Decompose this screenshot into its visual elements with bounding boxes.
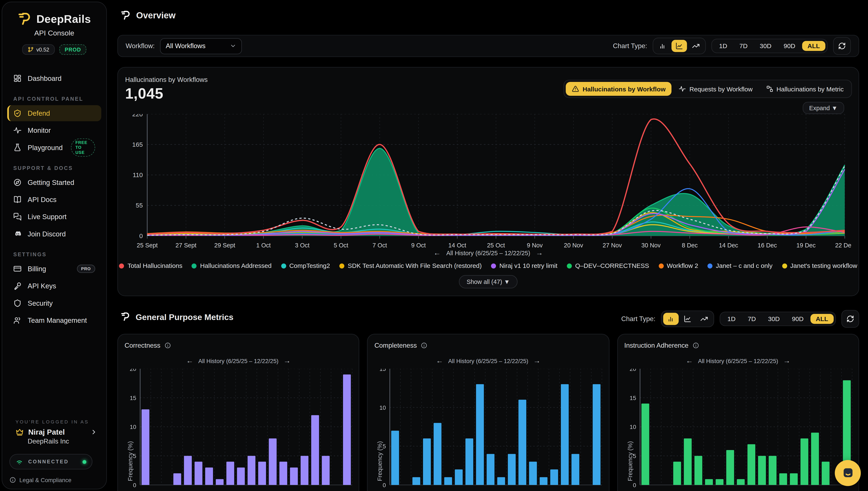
workflow-select[interactable]: All Workflows [160,38,242,54]
sidebar-item-defend[interactable]: Defend [7,105,101,121]
range-all-button[interactable]: ALL [802,41,826,51]
show-all-button[interactable]: Show all (47) ▼ [459,275,518,288]
version-badge: v0.52 [22,44,55,55]
tab-hallucinations-by-workflow[interactable]: Hallucinations by Workflow [566,82,672,96]
legend-item[interactable]: SDK Test Automatic With File Search (res… [340,262,482,269]
completeness-chart-canvas: 0510150510152025303540455055606570758085… [371,369,605,491]
info-icon[interactable] [421,342,427,349]
svg-text:27 Nov: 27 Nov [603,242,622,249]
range-30d-button[interactable]: 30D [754,41,777,51]
sidebar-item-api-docs[interactable]: API Docs [7,192,101,207]
svg-text:22 Dec: 22 Dec [835,242,851,249]
range-prev-arrow[interactable]: ← [436,356,443,365]
chevron-right-icon[interactable] [90,429,97,436]
legend-item[interactable]: CompTesting2 [281,262,330,269]
sidebar-item-security[interactable]: Security [7,295,101,311]
metrics-chart-type-bar-button[interactable] [663,313,679,325]
svg-text:5 Oct: 5 Oct [334,242,348,249]
completeness-card: Completeness ← All History (6/25/25 – 12… [367,334,609,491]
legal-compliance-link[interactable]: Legal & Compliance [9,476,106,483]
refresh-button[interactable] [833,37,851,55]
tab-label: Requests by Workflow [689,86,753,92]
svg-text:9 Nov: 9 Nov [527,242,543,249]
hallucinations-total: 1,045 [125,85,164,103]
connection-status-text: CONNECTED [28,459,78,464]
info-icon[interactable] [164,342,171,349]
sidebar-item-label: Join Discord [28,230,66,238]
sidebar-item-label: Dashboard [28,75,61,82]
range-prev-arrow[interactable]: ← [434,249,441,257]
sidebar-item-billing[interactable]: Billing PRO [7,261,101,277]
sidebar-item-label: Getting Started [28,179,74,186]
legend-item[interactable]: Total Hallucinations [119,262,182,269]
svg-text:165: 165 [132,141,143,148]
sidebar-item-dashboard[interactable]: Dashboard [7,70,101,86]
sidebar-item-playground[interactable]: Playground FREE TO USE [7,140,101,155]
chat-launcher-button[interactable] [835,460,861,486]
y-axis-label: Frequency (%) [377,420,384,491]
chevron-down-icon [230,42,237,49]
range-prev-arrow[interactable]: ← [686,356,693,365]
legend-label: Q–DEV–CORRECTNESS [575,262,649,269]
sidebar: DeepRails API Console v0.52 PROD [2,2,107,489]
legend-item[interactable]: Niraj v1 10 retry limit [491,262,557,269]
tab-requests-by-workflow[interactable]: Requests by Workflow [673,82,759,96]
metric-card-title: Completeness [374,342,417,349]
metrics-refresh-button[interactable] [841,310,859,328]
legend-item[interactable]: Janet's testing workflow [782,262,857,269]
sidebar-item-getting-started[interactable]: Getting Started [7,174,101,191]
expand-button[interactable]: Expand ▼ [803,102,844,114]
legend-item[interactable]: Workflow 2 [658,262,698,269]
deeprails-glyph-icon [121,10,131,21]
metrics-range-30d-button[interactable]: 30D [762,314,785,324]
sidebar-item-monitor[interactable]: Monitor [7,122,101,139]
metrics-chart-type-trend-button[interactable] [696,313,712,325]
user-row[interactable]: Niraj Patel [16,428,97,436]
sidebar-item-api-keys[interactable]: API Keys [7,278,101,294]
metrics-range-all-button[interactable]: ALL [810,314,834,324]
hallucinations-tabs: Hallucinations by Workflow Requests by W… [564,80,852,98]
metrics-range-1d-button[interactable]: 1D [722,314,741,324]
time-range-group: 1D 7D 30D 90D ALL [712,39,828,53]
svg-text:10: 10 [379,404,386,411]
sidebar-item-team-management[interactable]: Team Management [7,312,101,328]
range-next-arrow[interactable]: → [536,249,543,257]
sidebar-item-join-discord[interactable]: Join Discord [7,226,101,242]
metrics-range-7d-button[interactable]: 7D [742,314,761,324]
free-to-use-badge: FREE TO USE [71,139,95,157]
shield-icon [13,299,22,307]
tab-hallucinations-by-metric[interactable]: Hallucinations by Metric [760,82,850,96]
y-axis-label: Frequency (%) [127,420,135,491]
range-90d-button[interactable]: 90D [778,41,801,51]
range-next-arrow[interactable]: → [783,356,790,365]
info-icon [9,476,16,483]
brand-logo: DeepRails [2,11,106,26]
legend-item[interactable]: Hallucinations Addressed [192,262,272,269]
info-icon[interactable] [692,342,699,349]
metrics-chart-type-line-button[interactable] [680,313,695,325]
metrics-range-90d-button[interactable]: 90D [786,314,809,324]
legend-label: SDK Test Automatic With File Search (res… [348,262,482,269]
svg-text:9 Oct: 9 Oct [411,242,426,249]
legend-item[interactable]: Janet – c and c only [707,262,773,269]
chart-type-line-button[interactable] [671,40,687,52]
key-icon [13,282,22,290]
range-7d-button[interactable]: 7D [734,41,753,51]
range-1d-button[interactable]: 1D [714,41,733,51]
chart-type-trend-button[interactable] [688,40,703,52]
sidebar-item-label: Security [28,299,53,307]
workflow-label: Workflow: [125,42,155,50]
sidebar-item-live-support[interactable]: Live Support [7,209,101,225]
hallucinations-card-title: Hallucinations by Workflows [125,76,208,84]
connection-status-pill[interactable]: CONNECTED [9,454,92,469]
range-next-arrow[interactable]: → [284,356,291,365]
sidebar-item-label: Billing [28,265,46,273]
svg-text:3 Oct: 3 Oct [295,242,310,249]
history-range-caption: ← All History (6/25/25 – 12/22/25) → [118,249,859,257]
range-prev-arrow[interactable]: ← [186,356,193,365]
section-label-api-control: API CONTROL PANEL [13,96,95,102]
shield-check-icon [13,109,22,117]
legend-item[interactable]: Q–DEV–CORRECTNESS [567,262,649,269]
range-next-arrow[interactable]: → [533,356,540,365]
chart-type-bar-button[interactable] [655,40,670,52]
